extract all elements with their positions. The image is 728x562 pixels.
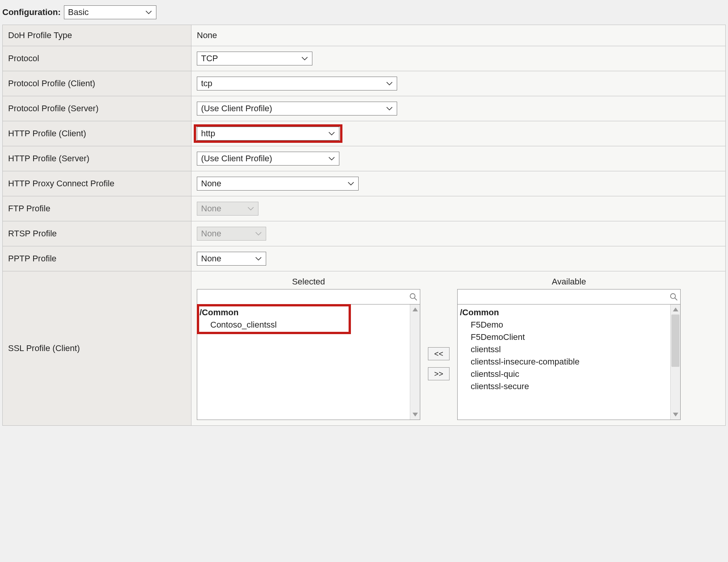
- svg-point-4: [671, 294, 676, 299]
- ssl-move-buttons: << >>: [428, 316, 450, 380]
- svg-marker-7: [673, 413, 678, 416]
- ssl-selected-title: Selected: [197, 277, 420, 289]
- row-pptp-profile: PPTP Profile None: [3, 246, 726, 271]
- svg-marker-2: [413, 308, 418, 311]
- scroll-up-icon[interactable]: [671, 304, 680, 314]
- row-protocol-profile-client: Protocol Profile (Client) tcp: [3, 71, 726, 96]
- label-http-profile-client: HTTP Profile (Client): [3, 121, 191, 146]
- ssl-selected-search[interactable]: [197, 289, 420, 304]
- chevron-down-icon: [386, 81, 393, 86]
- ssl-selected-list[interactable]: /Common Contoso_clientssl: [197, 304, 420, 420]
- http-profile-client-highlight: http: [197, 127, 339, 140]
- label-rtsp-profile: RTSP Profile: [3, 221, 191, 246]
- chevron-down-icon: [347, 181, 354, 186]
- svg-marker-3: [413, 413, 418, 416]
- ssl-available-search-input[interactable]: [458, 289, 680, 304]
- row-http-profile-server: HTTP Profile (Server) (Use Client Profil…: [3, 146, 726, 171]
- search-icon: [669, 293, 678, 301]
- label-ssl-profile-client: SSL Profile (Client): [3, 271, 191, 426]
- protocol-profile-client-select[interactable]: tcp: [197, 77, 397, 90]
- pptp-profile-select[interactable]: None: [197, 252, 266, 266]
- label-http-profile-server: HTTP Profile (Server): [3, 146, 191, 171]
- label-protocol-profile-client: Protocol Profile (Client): [3, 71, 191, 96]
- protocol-profile-server-select[interactable]: (Use Client Profile): [197, 102, 397, 115]
- ssl-selected-scrollbar[interactable]: [410, 304, 420, 420]
- ftp-profile-select: None: [197, 202, 258, 216]
- rtsp-profile-select: None: [197, 227, 266, 241]
- row-http-profile-client: HTTP Profile (Client) http: [3, 121, 726, 146]
- list-item[interactable]: clientssl: [460, 344, 668, 356]
- ssl-available-group: /Common: [460, 307, 668, 319]
- ssl-selected-column: Selected /Common: [197, 277, 420, 420]
- svg-point-0: [410, 294, 415, 299]
- svg-line-5: [675, 298, 677, 300]
- list-item[interactable]: F5Demo: [460, 319, 668, 331]
- chevron-down-icon: [328, 156, 335, 161]
- list-item[interactable]: clientssl-insecure-compatible: [460, 356, 668, 368]
- label-protocol-profile-server: Protocol Profile (Server): [3, 96, 191, 121]
- row-http-proxy-connect: HTTP Proxy Connect Profile None: [3, 171, 726, 196]
- list-item[interactable]: F5DemoClient: [460, 331, 668, 344]
- http-profile-server-select[interactable]: (Use Client Profile): [197, 152, 339, 166]
- ssl-selected-search-input[interactable]: [197, 289, 420, 304]
- svg-marker-6: [673, 308, 678, 311]
- ssl-available-column: Available /Common F5Demo: [457, 277, 681, 420]
- list-item[interactable]: clientssl-quic: [460, 368, 668, 381]
- label-ftp-profile: FTP Profile: [3, 196, 191, 221]
- configuration-header: Configuration: Basic: [2, 3, 726, 25]
- search-icon: [409, 293, 418, 301]
- row-ssl-profile-client: SSL Profile (Client) Selected: [3, 271, 726, 426]
- configuration-table: DoH Profile Type None Protocol TCP Proto…: [2, 25, 726, 426]
- scroll-up-icon[interactable]: [410, 304, 420, 314]
- row-protocol-profile-server: Protocol Profile (Server) (Use Client Pr…: [3, 96, 726, 121]
- chevron-down-icon: [247, 206, 254, 211]
- http-proxy-connect-select[interactable]: None: [197, 177, 359, 191]
- configuration-select[interactable]: Basic: [64, 5, 156, 19]
- ssl-available-search[interactable]: [457, 289, 681, 304]
- http-profile-client-select[interactable]: http: [197, 127, 339, 140]
- move-right-button[interactable]: >>: [428, 367, 450, 380]
- chevron-down-icon: [328, 131, 335, 136]
- chevron-down-icon: [145, 10, 152, 15]
- chevron-down-icon: [301, 56, 308, 61]
- scroll-down-icon[interactable]: [671, 410, 680, 420]
- ssl-available-list[interactable]: /Common F5Demo F5DemoClient clientssl cl…: [457, 304, 681, 420]
- svg-line-1: [414, 298, 417, 300]
- protocol-select[interactable]: TCP: [197, 52, 312, 65]
- move-left-button[interactable]: <<: [428, 347, 450, 360]
- row-rtsp-profile: RTSP Profile None: [3, 221, 726, 246]
- label-protocol: Protocol: [3, 46, 191, 71]
- value-doh-profile-type: None: [197, 30, 217, 41]
- chevron-down-icon: [386, 106, 393, 111]
- configuration-label: Configuration:: [2, 7, 61, 17]
- list-item[interactable]: clientssl-secure: [460, 381, 668, 393]
- label-doh-profile-type: DoH Profile Type: [3, 25, 191, 46]
- row-doh-profile-type: DoH Profile Type None: [3, 25, 726, 46]
- chevron-down-icon: [255, 256, 262, 261]
- row-protocol: Protocol TCP: [3, 46, 726, 71]
- label-http-proxy-connect: HTTP Proxy Connect Profile: [3, 171, 191, 196]
- ssl-selected-group: /Common: [200, 307, 408, 319]
- label-pptp-profile: PPTP Profile: [3, 246, 191, 271]
- chevron-down-icon: [255, 231, 262, 236]
- scroll-down-icon[interactable]: [410, 410, 420, 420]
- row-ftp-profile: FTP Profile None: [3, 196, 726, 221]
- list-item[interactable]: Contoso_clientssl: [200, 319, 408, 331]
- ssl-available-title: Available: [457, 277, 681, 289]
- ssl-available-scrollbar[interactable]: [670, 304, 680, 420]
- ssl-dual-listbox: Selected /Common: [197, 277, 720, 420]
